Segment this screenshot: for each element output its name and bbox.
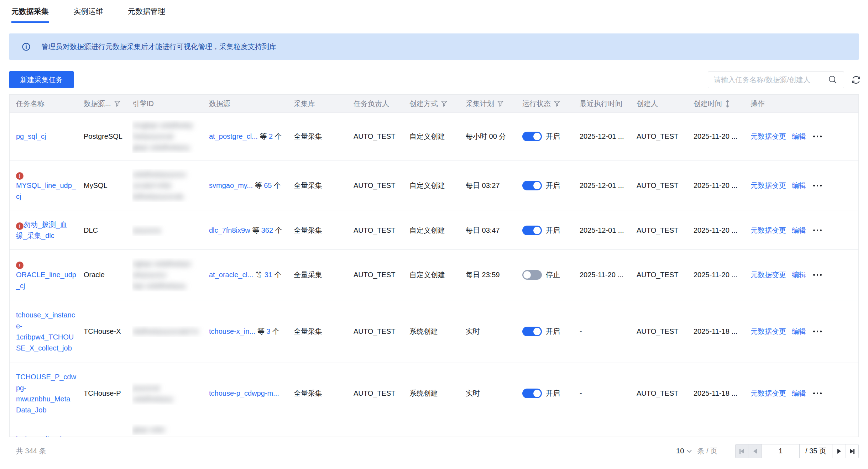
more-actions-icon[interactable] [812,185,822,186]
metadata-change-link[interactable]: 元数据变更 [751,131,786,142]
edit-link[interactable]: 编辑 [792,388,806,399]
page-input[interactable]: 1 [762,444,800,458]
task-name-link[interactable]: pg_sql_cj [16,132,46,140]
column-header-status: 运行状态 [522,98,580,109]
datasource-count-link[interactable]: 362 [261,226,273,234]
status-toggle[interactable] [522,181,542,190]
last-page-button[interactable] [846,444,858,458]
redacted-text: pvyxzcal [132,383,159,394]
datasource-link[interactable]: dlc_7fn8ix9w [209,226,250,234]
task-name-link[interactable]: 勿动_拨测_血 缘_采集_dlc [16,221,67,239]
pagination-group: 1 / 35 页 [735,444,859,458]
create-time-cell: 2025-11-20 ... [694,180,751,191]
task-name-cell: !勿动_拨测_血 缘_采集_dlc [16,219,84,241]
tab-2[interactable]: 元数据管理 [128,0,165,23]
tab-1[interactable]: 实例运维 [73,0,103,23]
status-label: 停止 [546,269,560,280]
more-actions-icon[interactable] [812,230,822,231]
datasource-link[interactable]: svmgao_my... [209,181,253,189]
operations-cell: 元数据变更编辑 [751,180,859,191]
redacted-text: sobdhwtrpvyxzcalu [132,169,186,180]
metadata-change-link[interactable]: 元数据变更 [751,326,786,337]
column-header-last_run: 最近执行时间 [580,98,637,109]
toggle-knob [533,227,541,234]
engine-id-cell-redacted: obdhwtrpvyxzcaluf imk [132,326,209,337]
datasource-count-link[interactable]: 2 [269,132,273,140]
column-label: 任务负责人 [354,98,389,109]
datasource-type-cell: DLC [84,225,132,236]
tab-bar: 元数据采集实例运维元数据管理 [0,0,868,23]
tab-0[interactable]: 元数据采集 [11,0,49,23]
datasource-link[interactable]: tchouse-p_cdwpg-m... [209,389,279,397]
last-run-time-cell: 2025-12-01 ... [580,180,637,191]
creator-cell: AUTO_TEST [637,131,694,142]
next-page-button[interactable] [832,444,846,458]
metadata-change-link[interactable]: 元数据变更 [751,180,786,191]
datasource-link[interactable]: at_postgre_cl... [209,132,258,140]
task-name-cell: !ORACLE_line_udp _cj [16,258,84,291]
status-toggle[interactable] [522,226,542,235]
status-toggle[interactable] [522,132,542,141]
edit-link[interactable]: 编辑 [792,269,806,280]
table-row: pg_sql_cjPostgreSQLmngkqe sobdhwtrpvyxhw… [10,112,858,160]
datasource-link[interactable]: at_oracle_cl... [209,271,253,279]
task-name-link[interactable]: iceberg_dlc_cj [16,435,62,437]
task-name-link[interactable]: TCHOUSE_P_cdw pg- mwuznbhu_Meta Data_Job [16,373,76,414]
metadata-change-link[interactable]: 元数据变更 [751,269,786,280]
task-name-link[interactable]: MYSQL_line_udp_ cj [16,181,76,200]
column-label: 创建方式 [409,98,438,109]
more-actions-icon[interactable] [812,274,822,276]
status-toggle[interactable] [522,327,542,336]
filter-icon[interactable] [554,101,560,107]
operations-cell: 元数据变更编辑 [751,326,859,337]
datasource-count-link[interactable]: 31 [265,271,272,279]
run-status-cell: 开启 [522,225,580,236]
metadata-change-link[interactable]: 元数据变更 [751,388,786,399]
column-header-db: 采集库 [294,98,354,109]
more-actions-icon[interactable] [812,392,822,394]
run-status-cell: 开启 [522,326,580,337]
datasource-count-link[interactable]: 3 [266,327,270,335]
search-icon[interactable] [828,75,837,84]
redacted-text: wtrpvyxzcal [132,269,166,280]
prev-page-button[interactable] [748,444,762,458]
task-name-link[interactable]: ORACLE_line_udp _cj [16,271,76,290]
search-box [708,72,844,88]
new-collect-task-button[interactable]: 新建采集任务 [9,71,74,88]
datasource-count-link[interactable]: 65 [264,181,272,189]
first-page-button[interactable] [736,444,748,458]
more-actions-icon[interactable] [812,136,822,137]
search-input[interactable] [708,76,828,84]
operations-cell: 元数据变更编辑 [751,131,859,142]
edit-link[interactable]: 编辑 [792,131,806,142]
edit-link[interactable]: 编辑 [792,225,806,236]
status-toggle[interactable] [522,270,542,280]
filter-icon[interactable] [441,101,447,107]
refresh-icon[interactable] [851,75,861,85]
creator-cell: AUTO_TEST [637,388,694,399]
column-label: 任务名称 [16,98,45,109]
task-owner-cell: AUTO_TEST [354,326,409,337]
toggle-knob [533,390,541,397]
filter-icon[interactable] [114,101,120,107]
more-actions-icon[interactable] [812,331,822,332]
create-time-cell: 2025-11-20 ... [694,131,751,142]
toggle-knob [523,271,531,279]
page-unit-label: 条 / 页 [697,446,717,456]
task-owner-cell: AUTO_TEST [354,131,409,142]
datasource-link[interactable]: tchouse-x_in... [209,327,255,335]
pagination: 10 条 / 页 1 / 35 页 [676,444,859,458]
sort-icon[interactable] [725,100,730,107]
redacted-text: kqe sobdhwtrpvyxz [132,280,186,291]
status-toggle[interactable] [522,389,542,398]
column-label: 运行状态 [522,98,551,109]
column-label: 采集库 [294,98,315,109]
task-name-link[interactable]: tchouse_x_instanc e- 1cribpw4_TCHOU SE_X… [16,311,75,352]
edit-link[interactable]: 编辑 [792,326,806,337]
metadata-change-link[interactable]: 元数据变更 [751,225,786,236]
edit-link[interactable]: 编辑 [792,180,806,191]
redacted-text: sobdhwtrpvyx [132,394,173,405]
column-header-owner: 任务负责人 [354,98,409,109]
page-size-select[interactable]: 10 [676,447,692,455]
filter-icon[interactable] [497,101,503,107]
